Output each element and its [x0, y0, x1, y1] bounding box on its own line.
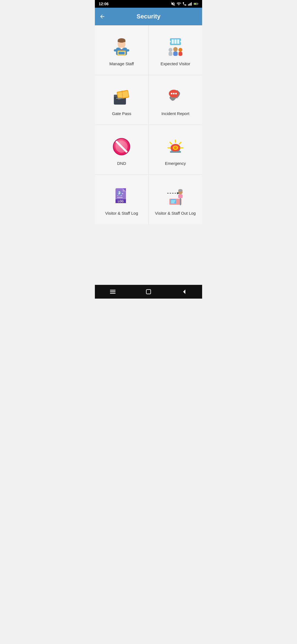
svg-rect-6 — [198, 4, 198, 4]
call-icon — [182, 2, 187, 6]
svg-point-74 — [178, 189, 183, 192]
grid-item-expected-visitor[interactable]: Expected Visitor — [149, 25, 202, 75]
visitor-staff-out-log-icon — [164, 185, 186, 207]
svg-point-25 — [169, 48, 172, 52]
signal-icon — [188, 2, 193, 6]
svg-rect-12 — [118, 40, 125, 42]
page-title: Security — [137, 13, 161, 20]
back-button[interactable] — [99, 13, 105, 20]
svg-point-29 — [178, 48, 182, 52]
expected-visitor-label: Expected Visitor — [161, 61, 190, 66]
emergency-label: Emergency — [165, 161, 186, 166]
emergency-icon — [164, 135, 186, 157]
battery-icon — [194, 2, 198, 6]
svg-rect-78 — [110, 290, 116, 291]
svg-line-52 — [179, 142, 181, 144]
svg-rect-30 — [178, 52, 182, 56]
nav-home-button[interactable] — [144, 287, 153, 297]
nav-back-button[interactable] — [179, 287, 189, 297]
status-icons — [171, 2, 198, 6]
svg-line-51 — [170, 142, 172, 144]
svg-rect-55 — [170, 151, 181, 153]
svg-point-39 — [173, 93, 175, 94]
svg-rect-20 — [172, 39, 174, 44]
svg-point-23 — [169, 41, 171, 42]
visitor-staff-out-log-label: Visitor & Staff Out Log — [155, 211, 196, 215]
svg-rect-21 — [174, 39, 177, 44]
grid-item-gate-pass[interactable]: Gate Pass — [95, 75, 148, 125]
grid-item-visitor-staff-out-log[interactable]: Visitor & Staff Out Log — [149, 175, 202, 224]
svg-rect-2 — [189, 4, 190, 6]
dnd-label: DND — [117, 161, 126, 166]
mute-icon — [171, 2, 175, 6]
svg-rect-22 — [177, 39, 179, 44]
visitor-staff-log-icon: LOG — [111, 185, 133, 207]
svg-point-38 — [171, 93, 172, 94]
dnd-icon — [111, 135, 133, 157]
grid-item-manage-staff[interactable]: Manage Staff — [95, 25, 148, 75]
status-time: 12:06 — [99, 2, 109, 6]
svg-point-24 — [180, 41, 182, 42]
svg-rect-4 — [191, 2, 192, 6]
svg-marker-82 — [183, 290, 185, 294]
app-header: Security — [95, 8, 202, 25]
svg-point-40 — [175, 93, 177, 94]
svg-text:LOG: LOG — [118, 200, 124, 203]
wifi-icon — [177, 2, 181, 6]
svg-rect-18 — [126, 49, 129, 51]
incident-report-icon — [164, 85, 186, 107]
grid-item-dnd[interactable]: DND — [95, 125, 148, 174]
svg-rect-26 — [169, 52, 172, 56]
incident-report-label: Incident Report — [161, 111, 189, 116]
bottom-navigation — [95, 285, 202, 299]
svg-rect-79 — [110, 291, 116, 292]
svg-rect-61 — [117, 197, 123, 198]
svg-rect-15 — [119, 52, 125, 54]
svg-rect-81 — [146, 290, 151, 294]
manage-staff-label: Manage Staff — [109, 61, 134, 66]
svg-rect-36 — [116, 98, 123, 99]
svg-rect-28 — [173, 51, 178, 56]
gate-pass-label: Gate Pass — [112, 111, 131, 116]
nav-menu-button[interactable] — [108, 287, 118, 297]
visitor-staff-log-label: Visitor & Staff Log — [105, 211, 138, 215]
grid-item-visitor-staff-log[interactable]: LOG Visitor & Staff Log — [95, 175, 148, 224]
gate-pass-icon — [111, 85, 133, 107]
expected-visitor-icon — [164, 36, 186, 58]
svg-rect-1 — [188, 4, 189, 6]
status-bar: 12:06 — [95, 0, 202, 8]
manage-staff-icon — [111, 36, 133, 58]
svg-point-27 — [173, 47, 178, 51]
empty-area — [95, 224, 202, 285]
svg-rect-7 — [194, 3, 197, 4]
svg-rect-3 — [190, 3, 191, 6]
grid-item-incident-report[interactable]: Incident Report — [149, 75, 202, 125]
svg-rect-75 — [178, 194, 183, 198]
svg-rect-80 — [110, 293, 116, 294]
svg-point-49 — [174, 146, 177, 149]
security-grid: Manage Staff — [95, 25, 202, 224]
grid-item-emergency[interactable]: Emergency — [149, 125, 202, 174]
svg-rect-17 — [114, 49, 117, 51]
